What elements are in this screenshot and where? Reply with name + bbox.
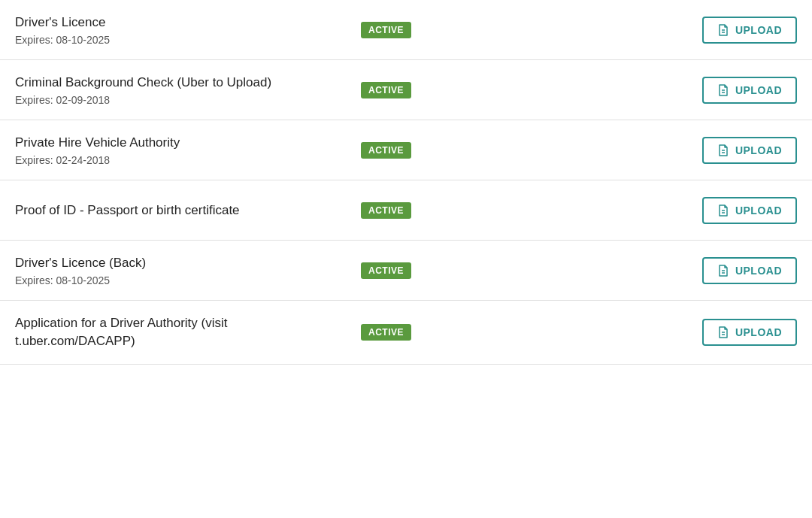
upload-label: UPLOAD	[735, 24, 782, 36]
doc-expires: Expires: 08-10-2025	[15, 274, 346, 286]
document-row: Application for a Driver Authority (visi…	[0, 301, 812, 365]
status-badge: ACTIVE	[361, 324, 411, 341]
upload-file-icon	[717, 204, 729, 217]
doc-info: Proof of ID - Passport or birth certific…	[15, 201, 346, 220]
doc-upload: UPLOAD	[702, 319, 797, 346]
doc-status: ACTIVE	[361, 262, 411, 279]
upload-label: UPLOAD	[735, 265, 782, 277]
doc-status: ACTIVE	[361, 82, 411, 98]
doc-status: ACTIVE	[361, 324, 411, 341]
upload-file-icon	[717, 144, 729, 156]
doc-upload: UPLOAD	[702, 257, 797, 284]
doc-info: Driver's LicenceExpires: 08-10-2025	[15, 14, 346, 46]
upload-label: UPLOAD	[735, 84, 782, 96]
document-row: Criminal Background Check (Uber to Uploa…	[0, 60, 812, 120]
doc-title: Driver's Licence	[15, 14, 346, 32]
document-row: Driver's Licence (Back)Expires: 08-10-20…	[0, 241, 812, 301]
doc-upload: UPLOAD	[702, 17, 797, 44]
document-row: Driver's LicenceExpires: 08-10-2025ACTIV…	[0, 0, 812, 60]
upload-file-icon	[717, 84, 729, 96]
doc-upload: UPLOAD	[702, 77, 797, 104]
status-badge: ACTIVE	[361, 262, 411, 279]
doc-upload: UPLOAD	[702, 137, 797, 164]
upload-button[interactable]: UPLOAD	[702, 17, 797, 44]
doc-expires: Expires: 02-24-2018	[15, 154, 346, 166]
doc-status: ACTIVE	[361, 22, 411, 38]
doc-expires: Expires: 02-09-2018	[15, 94, 346, 106]
upload-button[interactable]: UPLOAD	[702, 257, 797, 284]
upload-label: UPLOAD	[735, 144, 782, 156]
doc-info: Private Hire Vehicle AuthorityExpires: 0…	[15, 134, 346, 166]
doc-info: Application for a Driver Authority (visi…	[15, 314, 346, 350]
doc-title: Driver's Licence (Back)	[15, 254, 346, 272]
doc-title: Criminal Background Check (Uber to Uploa…	[15, 74, 346, 92]
upload-file-icon	[717, 326, 729, 338]
doc-title: Application for a Driver Authority (visi…	[15, 314, 346, 350]
status-badge: ACTIVE	[361, 142, 411, 159]
upload-label: UPLOAD	[735, 204, 782, 217]
document-row: Private Hire Vehicle AuthorityExpires: 0…	[0, 120, 812, 180]
doc-title: Proof of ID - Passport or birth certific…	[15, 201, 346, 220]
status-badge: ACTIVE	[361, 202, 411, 219]
doc-status: ACTIVE	[361, 142, 411, 159]
doc-status: ACTIVE	[361, 202, 411, 219]
document-row: Proof of ID - Passport or birth certific…	[0, 180, 812, 241]
status-badge: ACTIVE	[361, 82, 411, 98]
doc-title: Private Hire Vehicle Authority	[15, 134, 346, 152]
status-badge: ACTIVE	[361, 22, 411, 38]
doc-upload: UPLOAD	[702, 197, 797, 224]
upload-file-icon	[717, 265, 729, 277]
doc-info: Driver's Licence (Back)Expires: 08-10-20…	[15, 254, 346, 286]
upload-button[interactable]: UPLOAD	[702, 137, 797, 164]
upload-file-icon	[717, 24, 729, 36]
upload-button[interactable]: UPLOAD	[702, 77, 797, 104]
upload-button[interactable]: UPLOAD	[702, 319, 797, 346]
doc-info: Criminal Background Check (Uber to Uploa…	[15, 74, 346, 106]
upload-button[interactable]: UPLOAD	[702, 197, 797, 224]
document-list: Driver's LicenceExpires: 08-10-2025ACTIV…	[0, 0, 812, 365]
upload-label: UPLOAD	[735, 326, 782, 338]
doc-expires: Expires: 08-10-2025	[15, 34, 346, 46]
